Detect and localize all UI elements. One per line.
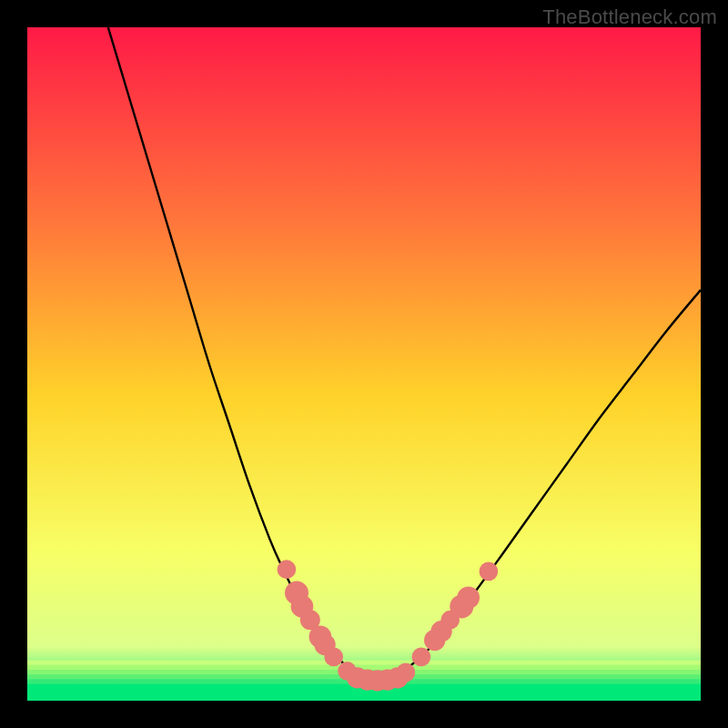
- stripe: [27, 665, 701, 670]
- data-marker: [324, 648, 343, 667]
- stripe: [27, 661, 701, 665]
- chart-frame: TheBottleneck.com: [0, 0, 728, 728]
- data-marker: [457, 586, 480, 609]
- data-marker: [397, 663, 416, 682]
- data-marker: [412, 648, 431, 667]
- data-marker: [480, 562, 499, 581]
- data-marker: [278, 560, 297, 579]
- watermark-label: TheBottleneck.com: [542, 5, 717, 29]
- bottleneck-chart: [27, 27, 701, 701]
- gradient-background: [27, 27, 701, 701]
